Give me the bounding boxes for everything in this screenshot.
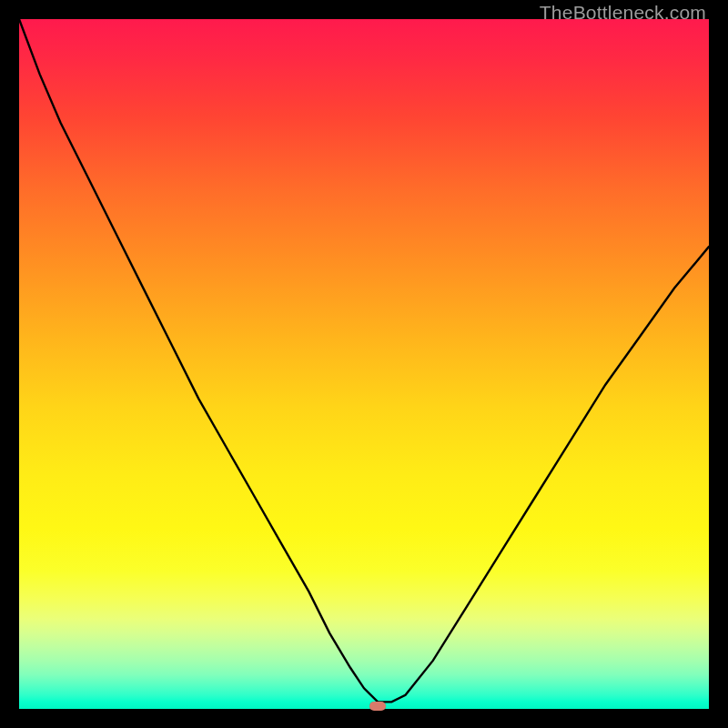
plot-area — [19, 19, 709, 709]
chart-frame: TheBottleneck.com — [0, 0, 728, 728]
optimal-marker — [369, 702, 386, 711]
bottleneck-curve — [19, 19, 709, 709]
